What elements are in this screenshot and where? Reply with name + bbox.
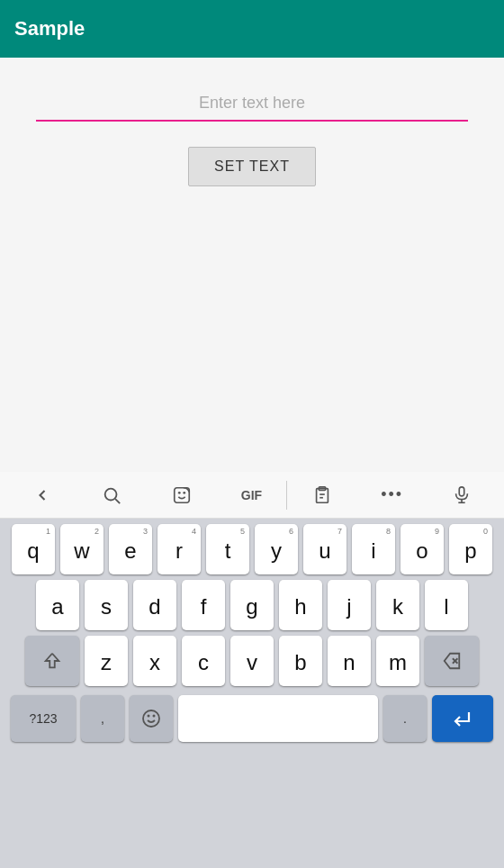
key-l[interactable]: l bbox=[425, 580, 468, 630]
content-area: SET TEXT bbox=[0, 58, 504, 472]
key-z[interactable]: z bbox=[85, 636, 128, 686]
key-b[interactable]: b bbox=[279, 636, 322, 686]
toolbar-more-button[interactable]: ••• bbox=[357, 472, 428, 518]
key-y[interactable]: 6y bbox=[255, 524, 298, 574]
toolbar-clipboard-button[interactable] bbox=[287, 472, 357, 518]
toolbar-mic-button[interactable] bbox=[427, 472, 497, 518]
key-k[interactable]: k bbox=[376, 580, 419, 630]
key-s[interactable]: s bbox=[85, 580, 128, 630]
svg-rect-9 bbox=[460, 486, 465, 495]
svg-line-1 bbox=[115, 499, 120, 503]
toolbar-search-button[interactable] bbox=[77, 472, 148, 518]
key-a[interactable]: a bbox=[36, 580, 79, 630]
key-row-1: 1q 2w 3e 4r 5t 6y 7u 8i 9o 0p bbox=[4, 524, 500, 574]
enter-key[interactable] bbox=[432, 695, 493, 742]
toolbar-gif-button[interactable]: GIF bbox=[217, 472, 287, 518]
key-o[interactable]: 9o bbox=[400, 524, 444, 574]
bottom-action-row: ?123 , . bbox=[4, 692, 500, 746]
text-input[interactable] bbox=[36, 86, 468, 122]
shift-key[interactable] bbox=[25, 636, 79, 686]
comma-key[interactable]: , bbox=[81, 695, 124, 742]
num-sym-key[interactable]: ?123 bbox=[11, 695, 76, 742]
key-j[interactable]: j bbox=[328, 580, 371, 630]
key-x[interactable]: x bbox=[133, 636, 176, 686]
key-n[interactable]: n bbox=[328, 636, 371, 686]
keyboard-area: GIF ••• 1q 2w 3e 4r bbox=[0, 472, 504, 868]
key-t[interactable]: 5t bbox=[206, 524, 249, 574]
backspace-key[interactable] bbox=[425, 636, 479, 686]
key-u[interactable]: 7u bbox=[303, 524, 346, 574]
emoji-key[interactable] bbox=[130, 695, 173, 742]
svg-rect-2 bbox=[175, 487, 190, 502]
key-row-3: z x c v b n m bbox=[4, 636, 500, 686]
text-input-wrapper bbox=[36, 86, 468, 122]
key-p[interactable]: 0p bbox=[449, 524, 492, 574]
key-row-2: a s d f g h j k l bbox=[4, 580, 500, 630]
key-q[interactable]: 1q bbox=[12, 524, 55, 574]
key-m[interactable]: m bbox=[376, 636, 419, 686]
app-bar: Sample bbox=[0, 0, 504, 58]
key-i[interactable]: 8i bbox=[352, 524, 395, 574]
toolbar-sticker-button[interactable] bbox=[147, 472, 217, 518]
key-w[interactable]: 2w bbox=[60, 524, 104, 574]
period-key[interactable]: . bbox=[383, 695, 427, 742]
keyboard-toolbar: GIF ••• bbox=[0, 472, 504, 519]
keyboard-keys: 1q 2w 3e 4r 5t 6y 7u 8i 9o 0p a s d f g … bbox=[0, 519, 504, 868]
key-d[interactable]: d bbox=[133, 580, 176, 630]
key-h[interactable]: h bbox=[279, 580, 322, 630]
key-r[interactable]: 4r bbox=[158, 524, 201, 574]
toolbar-back-button[interactable] bbox=[7, 472, 77, 518]
svg-point-14 bbox=[143, 710, 159, 727]
app-title: Sample bbox=[14, 17, 85, 41]
set-text-button[interactable]: SET TEXT bbox=[188, 147, 316, 186]
svg-point-0 bbox=[105, 488, 117, 500]
space-key[interactable] bbox=[178, 695, 378, 742]
key-e[interactable]: 3e bbox=[109, 524, 152, 574]
key-g[interactable]: g bbox=[230, 580, 274, 630]
key-v[interactable]: v bbox=[230, 636, 274, 686]
key-c[interactable]: c bbox=[182, 636, 225, 686]
key-f[interactable]: f bbox=[182, 580, 225, 630]
